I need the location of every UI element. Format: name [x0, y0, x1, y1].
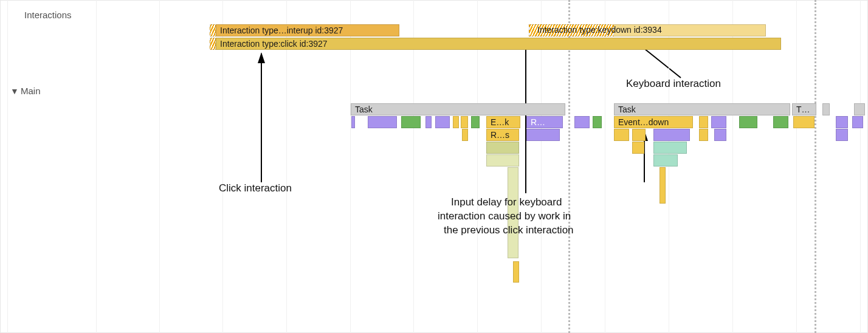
gridline — [860, 0, 861, 333]
gridline — [796, 0, 797, 333]
task-bar[interactable]: Task — [614, 103, 790, 115]
panel-frame — [0, 0, 868, 333]
flame-segment[interactable] — [462, 129, 468, 141]
track-label-interactions[interactable]: Interactions — [24, 10, 72, 20]
flame-segment[interactable] — [368, 116, 397, 128]
flame-segment[interactable] — [351, 116, 355, 128]
task-bar[interactable] — [822, 103, 830, 115]
flame-segment[interactable] — [739, 116, 757, 128]
annotation-input-delay-3: the previous click interaction — [444, 224, 574, 236]
flame-segment[interactable] — [653, 142, 687, 154]
flame-segment[interactable] — [435, 116, 450, 128]
flame-segment[interactable] — [793, 116, 815, 128]
gridline — [286, 0, 287, 333]
flame-segment[interactable] — [593, 116, 602, 128]
flame-segment[interactable] — [660, 167, 666, 204]
flame-segment[interactable] — [425, 116, 432, 128]
track-collapse-toggle-icon[interactable]: ▼ — [10, 86, 19, 96]
flame-segment[interactable] — [653, 129, 690, 141]
flame-segment[interactable] — [836, 116, 848, 128]
annotation-keyboard: Keyboard interaction — [626, 78, 721, 90]
annotation-input-delay-1: Input delay for keyboard — [451, 196, 562, 208]
gridline — [541, 0, 542, 333]
flame-segment[interactable] — [401, 116, 421, 128]
task-bar[interactable] — [854, 103, 865, 115]
event-rs-bar[interactable]: R…s — [486, 129, 519, 141]
flame-segment[interactable] — [836, 129, 848, 141]
event-keydown-bar[interactable]: Event…down — [614, 116, 693, 128]
flame-segment[interactable] — [714, 129, 726, 141]
task-bar[interactable]: T… — [792, 103, 816, 115]
flame-segment[interactable] — [486, 142, 519, 154]
gridline — [222, 0, 223, 333]
interaction-delay-segment[interactable] — [210, 38, 216, 50]
flame-segment[interactable] — [699, 116, 708, 128]
flame-segment[interactable] — [453, 116, 459, 128]
interaction-click-bar[interactable]: Interaction type:click id:3927 — [216, 38, 781, 50]
annotation-input-delay-2: interaction caused by work in — [438, 210, 571, 222]
frame-boundary-marker — [815, 0, 816, 333]
annotation-click: Click interaction — [219, 182, 292, 194]
frame-boundary-marker — [568, 0, 570, 333]
flame-segment[interactable] — [461, 116, 468, 128]
flame-segment[interactable] — [471, 116, 480, 128]
flame-segment[interactable] — [653, 154, 678, 166]
event-r-bar[interactable]: R… — [526, 116, 563, 128]
interaction-keydown-label[interactable]: Interaction type:keydown id:3934 — [534, 24, 756, 36]
flame-segment[interactable] — [486, 154, 519, 166]
task-bar[interactable]: Task — [351, 103, 565, 115]
gridline — [477, 0, 478, 333]
interaction-delay-segment[interactable] — [210, 24, 216, 36]
flame-segment[interactable] — [526, 129, 560, 141]
flame-segment[interactable] — [614, 129, 629, 141]
flame-segment[interactable] — [852, 116, 863, 128]
flame-segment[interactable] — [711, 116, 726, 128]
gridline — [732, 0, 733, 333]
gridline — [669, 0, 669, 333]
gridline — [7, 0, 8, 333]
flame-segment[interactable] — [632, 142, 644, 154]
flame-segment[interactable] — [632, 129, 646, 141]
gridline — [350, 0, 351, 333]
flame-segment[interactable] — [574, 116, 590, 128]
flame-segment[interactable] — [699, 129, 708, 141]
gridline — [605, 0, 605, 333]
gridline — [413, 0, 414, 333]
gridline — [159, 0, 160, 333]
gridline — [96, 0, 97, 333]
track-label-main[interactable]: Main — [21, 86, 41, 96]
interaction-pointerup-bar[interactable]: Interaction type…interup id:3927 — [216, 24, 399, 36]
flame-segment[interactable] — [513, 261, 519, 283]
flame-segment[interactable] — [773, 116, 788, 128]
event-ek-bar[interactable]: E…k — [486, 116, 520, 128]
